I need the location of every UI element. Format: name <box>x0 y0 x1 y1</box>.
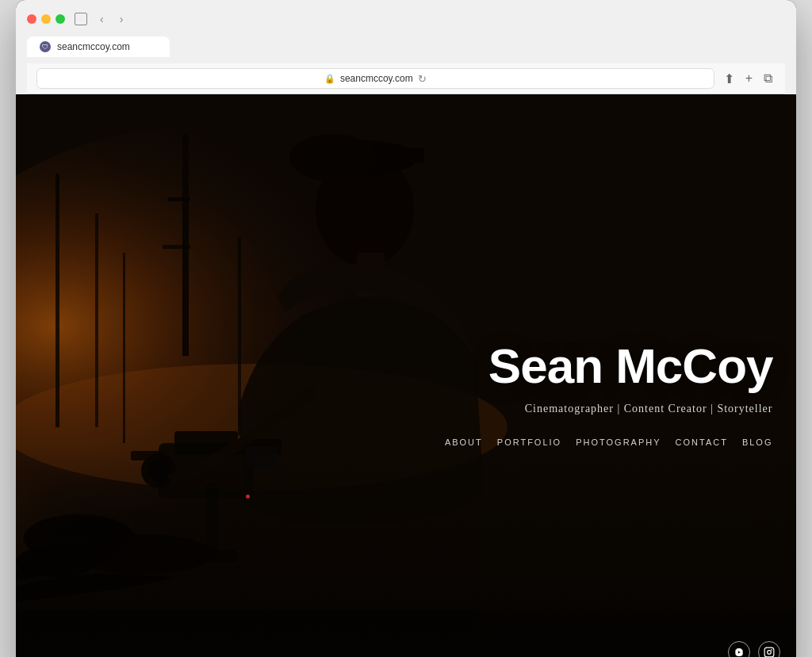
back-button[interactable]: ‹ <box>97 11 107 27</box>
active-tab[interactable]: 🛡 seancmccoy.com <box>27 36 170 57</box>
youtube-icon[interactable] <box>728 641 750 657</box>
svg-rect-7 <box>56 174 59 427</box>
website-content: Sean McCoy Cinematographer | Content Cre… <box>16 94 796 657</box>
nav-photography[interactable]: PHOTOGRAPHY <box>576 437 661 447</box>
browser-top-bar: ‹ › <box>27 8 785 30</box>
tab-title: seancmccoy.com <box>57 41 157 52</box>
foreground-overlay <box>16 446 796 657</box>
hero-content: Sean McCoy Cinematographer | Content Cre… <box>445 339 773 447</box>
tab-favicon: 🛡 <box>40 41 51 52</box>
sidebar-toggle-icon[interactable] <box>75 13 87 25</box>
browser-tab-bar: 🛡 seancmccoy.com <box>27 36 785 57</box>
address-bar[interactable]: 🔒 seancmccoy.com ↻ <box>36 68 714 89</box>
hero-subtitle: Cinematographer | Content Creator | Stor… <box>445 403 773 415</box>
svg-rect-9 <box>123 253 125 443</box>
new-tab-button[interactable]: + <box>742 70 756 87</box>
maximize-button[interactable] <box>56 14 65 24</box>
minimize-button[interactable] <box>41 14 51 24</box>
nav-about[interactable]: ABOUT <box>445 437 483 447</box>
nav-blog[interactable]: BLOG <box>742 437 773 447</box>
toolbar-actions: ⬆ + ⧉ <box>721 70 776 88</box>
svg-point-17 <box>289 134 377 181</box>
tabs-overview-button[interactable]: ⧉ <box>760 70 776 87</box>
browser-toolbar: 🔒 seancmccoy.com ↻ ⬆ + ⧉ <box>27 63 785 94</box>
svg-rect-6 <box>163 245 190 249</box>
browser-window: ‹ › 🛡 seancmccoy.com 🔒 seancmccoy.com ↻ … <box>16 0 796 657</box>
browser-chrome: ‹ › 🛡 seancmccoy.com 🔒 seancmccoy.com ↻ … <box>16 0 796 94</box>
reload-button[interactable]: ↻ <box>418 73 427 85</box>
instagram-icon[interactable] <box>758 641 780 657</box>
social-icons <box>728 641 780 657</box>
forward-button[interactable]: › <box>117 11 127 27</box>
svg-point-33 <box>772 650 772 651</box>
svg-rect-8 <box>95 213 98 427</box>
url-text: seancmccoy.com <box>340 73 413 84</box>
svg-rect-5 <box>168 197 190 201</box>
svg-rect-31 <box>764 647 774 657</box>
share-button[interactable]: ⬆ <box>721 70 737 88</box>
hero-navigation: ABOUT PORTFOLIO PHOTOGRAPHY CONTACT BLOG <box>445 437 773 447</box>
nav-contact[interactable]: CONTACT <box>676 437 728 447</box>
close-button[interactable] <box>27 14 36 24</box>
traffic-lights <box>27 14 65 24</box>
browser-controls <box>75 13 87 25</box>
hero-name: Sean McCoy <box>445 339 773 393</box>
lock-icon: 🔒 <box>324 74 335 84</box>
svg-point-32 <box>768 651 772 655</box>
nav-portfolio[interactable]: PORTFOLIO <box>497 437 561 447</box>
